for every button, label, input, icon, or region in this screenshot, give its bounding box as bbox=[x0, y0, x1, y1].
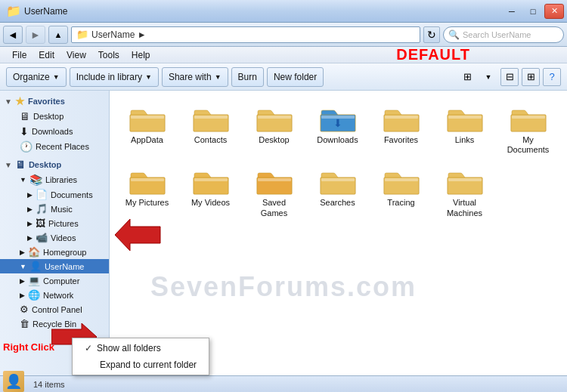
organize-button[interactable]: Organize ▼ bbox=[6, 67, 67, 87]
search-box[interactable]: 🔍 Search UserName bbox=[443, 26, 564, 43]
sidebar-item-homegroup[interactable]: ▶ 🏠 Homegroup bbox=[0, 245, 109, 259]
menu-help[interactable]: Help bbox=[125, 48, 156, 62]
toolbar-right: ⊞ ▼ ⊟ ⊞ ? bbox=[458, 68, 561, 86]
menu-edit[interactable]: Edit bbox=[33, 48, 60, 62]
view-dropdown-button[interactable]: ▼ bbox=[479, 68, 497, 86]
svg-rect-14 bbox=[512, 116, 545, 119]
username-arrow-icon: ▼ bbox=[20, 263, 26, 270]
share-with-button[interactable]: Share with ▼ bbox=[162, 67, 228, 87]
sidebar-recent-label: Recent Places bbox=[36, 142, 89, 151]
toolbar: Organize ▼ Include in library ▼ Share wi… bbox=[0, 63, 567, 91]
folder-item[interactable]: Contacts bbox=[182, 101, 239, 158]
show-all-folders-label: Show all folders bbox=[97, 343, 161, 353]
folder-item[interactable]: My Pictures bbox=[119, 164, 175, 221]
menu-file[interactable]: File bbox=[6, 48, 33, 62]
music-arrow-icon: ▶ bbox=[27, 205, 33, 213]
sidebar-item-videos[interactable]: ▶ 📹 Videos bbox=[0, 230, 109, 245]
sidebar-item-documents[interactable]: ▶ 📄 Documents bbox=[0, 187, 109, 202]
sidebar-item-control-panel[interactable]: ⚙ Control Panel bbox=[0, 302, 109, 316]
organize-label: Organize bbox=[13, 72, 50, 82]
folder-item[interactable]: Searches bbox=[309, 164, 366, 221]
favorites-header[interactable]: ▼ ★ Favorites bbox=[0, 94, 109, 109]
folder-icon-svg bbox=[193, 167, 229, 196]
folder-item[interactable]: ⬇Downloads bbox=[309, 101, 366, 158]
recent-places-icon: 🕐 bbox=[20, 140, 33, 153]
documents-icon: 📄 bbox=[36, 189, 48, 200]
include-in-library-button[interactable]: Include in library ▼ bbox=[70, 67, 159, 87]
new-folder-label: New folder bbox=[274, 72, 317, 82]
folder-label: My Pictures bbox=[125, 198, 169, 208]
refresh-button[interactable]: ↻ bbox=[423, 26, 440, 43]
status-bar: 👤 14 items bbox=[0, 375, 567, 392]
computer-arrow-icon: ▶ bbox=[20, 277, 25, 285]
sidebar-item-pictures[interactable]: ▶ 🖼 Pictures bbox=[0, 216, 109, 230]
close-button[interactable]: ✕ bbox=[544, 4, 564, 19]
recycle-bin-label: Recycle Bin bbox=[33, 319, 76, 329]
folder-item[interactable]: Saved Games bbox=[246, 164, 302, 221]
new-folder-button[interactable]: New folder bbox=[267, 67, 324, 87]
title-bar: 📁 UserName ─ □ ✕ bbox=[0, 0, 567, 23]
burn-button[interactable]: Burn bbox=[231, 67, 264, 87]
restore-button[interactable]: □ bbox=[523, 4, 543, 19]
pictures-icon: 🖼 bbox=[36, 218, 45, 229]
view-large-icon-button[interactable]: ⊞ bbox=[458, 68, 476, 86]
title-controls: ─ □ ✕ bbox=[502, 4, 564, 19]
favorites-section: ▼ ★ Favorites 🖥 Desktop ⬇ Downloads 🕐 Re… bbox=[0, 94, 109, 154]
control-panel-icon: ⚙ bbox=[20, 304, 29, 315]
details-pane-button[interactable]: ⊞ bbox=[522, 68, 540, 86]
folder-item[interactable]: My Videos bbox=[182, 164, 239, 221]
network-icon: 🌐 bbox=[28, 289, 40, 301]
folder-item[interactable]: Favorites bbox=[373, 101, 429, 158]
pictures-label: Pictures bbox=[48, 219, 79, 228]
videos-icon: 📹 bbox=[36, 232, 48, 243]
folder-icon-svg bbox=[256, 167, 293, 196]
folder-label: Virtual Machines bbox=[439, 198, 490, 218]
folder-item[interactable]: Virtual Machines bbox=[436, 164, 493, 221]
svg-rect-26 bbox=[385, 178, 418, 181]
preview-pane-button[interactable]: ⊟ bbox=[500, 68, 519, 86]
sidebar-item-recent[interactable]: 🕐 Recent Places bbox=[0, 139, 109, 154]
svg-text:⬇: ⬇ bbox=[333, 117, 342, 129]
forward-button[interactable]: ► bbox=[26, 26, 45, 44]
desktop-label: Desktop bbox=[29, 160, 61, 169]
menu-view[interactable]: View bbox=[60, 48, 92, 62]
address-path[interactable]: 📁 UserName ► bbox=[71, 26, 420, 43]
folder-label: Tracing bbox=[387, 198, 414, 208]
favorites-label: Favorites bbox=[28, 97, 65, 106]
context-menu-expand[interactable]: Expand to current folder bbox=[73, 357, 209, 373]
menu-tools[interactable]: Tools bbox=[92, 48, 125, 62]
folder-label: Saved Games bbox=[249, 198, 299, 218]
context-menu-show-all-folders[interactable]: ✓ Show all folders bbox=[73, 340, 209, 357]
folder-icon-svg bbox=[193, 104, 229, 133]
desktop-folder-icon: 🖥 bbox=[15, 159, 26, 171]
sidebar-item-recycle-bin[interactable]: 🗑 Recycle Bin bbox=[0, 316, 109, 331]
music-icon: 🎵 bbox=[36, 203, 48, 215]
search-placeholder: Search UserName bbox=[463, 30, 531, 39]
sidebar-item-libraries[interactable]: ▼ 📚 Libraries bbox=[0, 172, 109, 187]
folder-grid: AppDataContactsDesktop⬇DownloadsFavorite… bbox=[116, 98, 561, 224]
sidebar-item-computer[interactable]: ▶ 💻 Computer bbox=[0, 273, 109, 288]
folder-item[interactable]: My Music bbox=[563, 101, 567, 158]
svg-rect-3 bbox=[194, 116, 228, 119]
sidebar-item-username[interactable]: ▼ 👤 UserName bbox=[0, 259, 109, 273]
up-button[interactable]: ▲ bbox=[48, 26, 68, 44]
folder-item[interactable]: Tracing bbox=[373, 164, 429, 221]
sidebar-item-network[interactable]: ▶ 🌐 Network bbox=[0, 288, 109, 302]
folder-item[interactable]: Links bbox=[436, 101, 493, 158]
sidebar-item-desktop[interactable]: 🖥 Desktop bbox=[0, 109, 109, 124]
minimize-button[interactable]: ─ bbox=[502, 4, 522, 19]
back-button[interactable]: ◄ bbox=[3, 26, 23, 44]
desktop-header[interactable]: ▼ 🖥 Desktop bbox=[0, 157, 109, 172]
sidebar-item-music[interactable]: ▶ 🎵 Music bbox=[0, 202, 109, 216]
documents-label: Documents bbox=[51, 190, 93, 199]
folder-icon-svg bbox=[129, 104, 166, 133]
sidebar-item-downloads[interactable]: ⬇ Downloads bbox=[0, 124, 109, 139]
folder-item[interactable]: My Documents bbox=[500, 101, 556, 158]
folder-item[interactable]: AppData bbox=[119, 101, 175, 158]
folder-item[interactable]: Desktop bbox=[246, 101, 302, 158]
help-button[interactable]: ? bbox=[543, 68, 561, 86]
libraries-label: Libraries bbox=[45, 175, 77, 184]
folder-icon-svg bbox=[256, 104, 293, 133]
avatar-icon: 👤 bbox=[5, 373, 22, 390]
control-panel-label: Control Panel bbox=[32, 305, 82, 314]
